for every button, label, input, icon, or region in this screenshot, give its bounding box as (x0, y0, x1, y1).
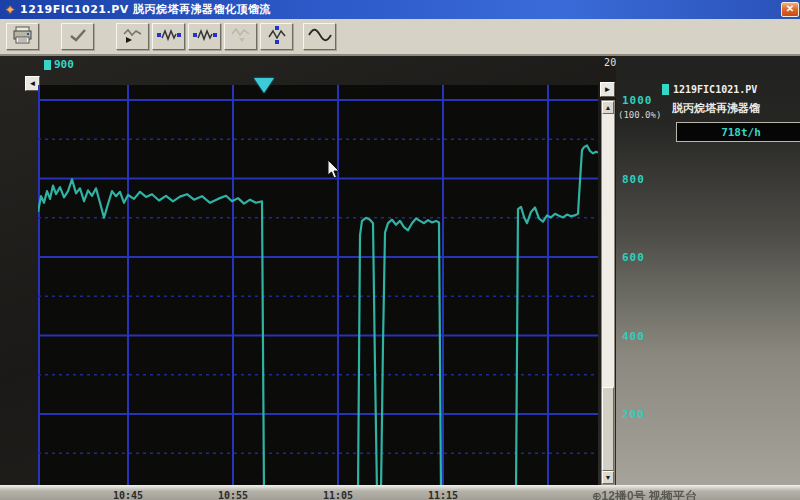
legend-tag-name: 1219FIC1021.PV (673, 84, 757, 95)
time-axis-strip: 10:4510:5511:0511:15 ⊕12播0号 视频平台 (0, 485, 800, 500)
x-tick-label: 10:55 (218, 490, 248, 500)
time-zoom-in-button[interactable] (152, 23, 185, 50)
check-icon (67, 27, 89, 47)
wave-dots-horizontal-icon (156, 27, 182, 47)
scale-percent-label: (100.0%) (618, 110, 661, 120)
legend-entry[interactable]: 1219FIC1021.PV (662, 84, 757, 95)
wave-button[interactable] (303, 23, 336, 50)
y-tick-label: 400 (622, 330, 645, 343)
y-tick-label: 600 (622, 251, 645, 264)
window-title: 1219FIC1021.PV 脱丙烷塔再沸器馏化顶馏流 (20, 2, 271, 17)
x-tick-label: 11:15 (428, 490, 458, 500)
x-tick-label: 10:45 (113, 490, 143, 500)
right-panel: 1000800600400200 (100.0%) 1219FIC1021.PV… (616, 56, 800, 485)
legend-color-swatch-icon (662, 84, 669, 95)
y-tick-label: 800 (622, 173, 645, 186)
trend-plot[interactable] (38, 85, 598, 485)
wave-dots-vertical-icon (266, 25, 288, 49)
scrollbar-thumb[interactable] (602, 387, 614, 471)
wave-icon (307, 27, 333, 47)
wave-faded-icon (229, 26, 253, 48)
pan-right-button[interactable]: ► (600, 82, 615, 97)
trend-chart (38, 85, 598, 485)
app-window: ✦ 1219FIC1021.PV 脱丙烷塔再沸器馏化顶馏流 ✕ 900 2019… (0, 0, 800, 500)
trend-line (38, 146, 598, 486)
time-marker-icon[interactable] (254, 78, 274, 93)
y-tick-label: 1000 (622, 94, 653, 107)
mouse-cursor-icon (327, 160, 340, 183)
print-button[interactable] (6, 23, 39, 50)
pen-swatch-icon (44, 60, 51, 70)
printer-icon (12, 26, 34, 48)
time-zoom-out-button[interactable] (188, 23, 221, 50)
scroll-down-button[interactable]: ▼ (602, 471, 614, 484)
current-value-readout: 718t/h (676, 122, 800, 142)
video-watermark: ⊕12播0号 视频平台 (592, 488, 697, 500)
window-diamond-icon: ✦ (5, 4, 15, 16)
y-tick-label: 200 (622, 408, 645, 421)
trend-play-icon (121, 26, 145, 48)
trend-client-area: 900 2019-6-5 10:40:47 ◄ ► ▲ ▼ 1000800600… (0, 56, 800, 485)
confirm-button[interactable] (61, 23, 94, 50)
scroll-up-button[interactable]: ▲ (602, 101, 614, 114)
value-scale-button[interactable] (260, 23, 293, 50)
legend-description: 脱丙烷塔再沸器馏 (672, 101, 800, 116)
pen-value: 900 (54, 58, 74, 71)
trend-prev-button[interactable] (224, 23, 257, 50)
pen-readout: 900 (44, 58, 74, 71)
trend-run-button[interactable] (116, 23, 149, 50)
vertical-scrollbar[interactable]: ▲ ▼ (601, 100, 615, 485)
close-button[interactable]: ✕ (781, 2, 799, 17)
titlebar[interactable]: ✦ 1219FIC1021.PV 脱丙烷塔再沸器馏化顶馏流 ✕ (0, 0, 800, 19)
wave-dots-horizontal-icon (192, 27, 218, 47)
toolbar (0, 19, 800, 56)
x-tick-label: 11:05 (323, 490, 353, 500)
